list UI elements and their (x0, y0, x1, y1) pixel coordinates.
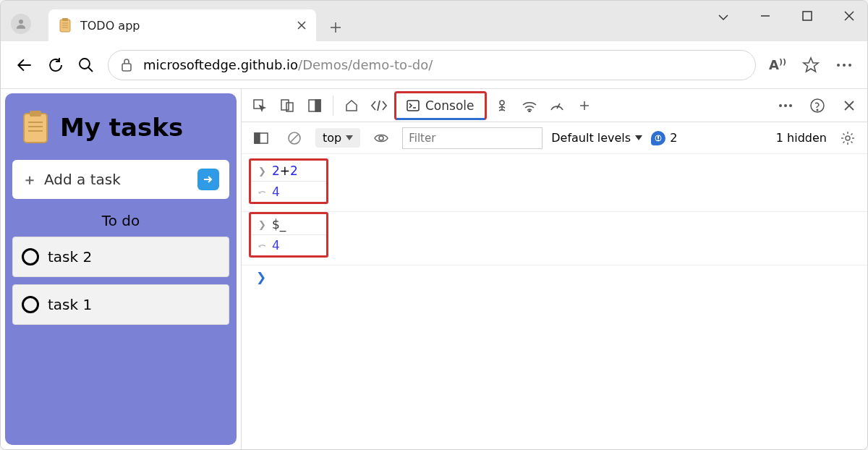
console-prompt[interactable]: ❯ (249, 266, 860, 289)
svg-line-16 (88, 67, 93, 72)
minimize-button[interactable] (754, 11, 776, 24)
app-title: My tasks (60, 113, 183, 142)
maximize-button[interactable] (796, 11, 818, 24)
svg-point-41 (779, 104, 782, 107)
svg-line-33 (378, 101, 380, 111)
performance-tab[interactable] (545, 93, 569, 118)
clear-console-button[interactable] (282, 126, 307, 150)
svg-rect-29 (281, 100, 289, 110)
filter-input[interactable] (402, 127, 542, 149)
issue-icon (651, 131, 665, 145)
svg-point-42 (784, 104, 787, 107)
svg-point-45 (817, 109, 818, 111)
inspect-element-button[interactable] (247, 93, 272, 118)
live-expression-button[interactable] (369, 126, 393, 150)
more-tabs-button[interactable] (572, 93, 597, 118)
svg-rect-22 (24, 114, 47, 143)
svg-rect-32 (315, 100, 320, 111)
context-selector[interactable]: top (315, 128, 360, 148)
svg-rect-49 (255, 133, 260, 143)
toggle-sidebar-button[interactable] (249, 126, 273, 150)
network-tab[interactable] (517, 93, 542, 118)
submit-task-button[interactable] (197, 169, 219, 190)
svg-marker-54 (635, 135, 642, 140)
svg-point-15 (80, 59, 90, 69)
console-output-text: 4 (272, 184, 280, 199)
console-toolbar: top Default levels 2 1 hidden (242, 122, 867, 154)
close-icon[interactable] (297, 21, 306, 30)
more-button[interactable] (835, 62, 853, 68)
console-output[interactable]: ❯ 2+2 ⤺ 4 ❯ $_ ⤺ 4 ❯ (242, 154, 867, 449)
task-label: task 1 (48, 296, 92, 313)
url-input[interactable]: microsoftedge.github.io/Demos/demo-to-do… (108, 50, 756, 80)
device-toggle-button[interactable] (275, 93, 299, 118)
window-titlebar: TODO app (1, 1, 867, 41)
clipboard-icon (21, 111, 50, 144)
close-window-button[interactable] (838, 11, 860, 24)
input-chevron-icon: ❯ (258, 166, 266, 177)
output-chevron-icon: ⤺ (258, 240, 266, 251)
help-button[interactable] (805, 93, 830, 118)
svg-rect-57 (658, 140, 659, 141)
svg-rect-2 (62, 18, 68, 21)
console-output-text: 4 (272, 238, 280, 252)
console-entry: ❯ $_ ⤺ 4 (249, 212, 328, 258)
svg-point-20 (843, 64, 846, 67)
section-heading: To do (12, 212, 229, 229)
devtools-tabbar: Console (242, 89, 867, 122)
welcome-tab[interactable] (339, 93, 364, 118)
profile-avatar[interactable] (11, 14, 31, 34)
input-chevron-icon: ❯ (258, 219, 266, 230)
address-bar: microsoftedge.github.io/Demos/demo-to-do… (1, 41, 867, 89)
checkbox-icon[interactable] (22, 248, 39, 266)
todo-app: My tasks ＋ Add a task To do task 2 task … (5, 93, 237, 445)
settings-icon[interactable] (835, 126, 860, 150)
read-aloud-button[interactable]: A)) (769, 57, 786, 72)
svg-rect-34 (407, 101, 419, 111)
svg-rect-17 (122, 64, 131, 71)
svg-point-37 (529, 111, 530, 112)
window-controls (712, 11, 860, 24)
add-task-label: Add a task (44, 171, 121, 188)
svg-point-19 (837, 64, 840, 67)
log-levels-selector[interactable]: Default levels (551, 131, 642, 145)
plus-icon: ＋ (22, 170, 37, 190)
hidden-messages-label[interactable]: 1 hidden (776, 131, 827, 145)
tab-title: TODO app (80, 19, 289, 33)
devtools-panel: Console top Default levels (241, 89, 867, 449)
console-entry: ❯ 2+2 ⤺ 4 (249, 158, 328, 204)
add-task-input[interactable]: ＋ Add a task (12, 160, 229, 199)
svg-marker-18 (804, 58, 818, 72)
task-label: task 2 (48, 248, 92, 266)
issues-button[interactable]: 2 (651, 131, 677, 145)
svg-point-43 (789, 104, 792, 107)
refresh-button[interactable] (47, 56, 64, 74)
lock-icon (120, 58, 133, 72)
dock-side-button[interactable] (302, 93, 327, 118)
checkbox-icon[interactable] (22, 296, 39, 313)
svg-point-36 (500, 101, 504, 105)
close-devtools-button[interactable] (837, 93, 861, 118)
svg-rect-11 (803, 12, 812, 20)
svg-rect-56 (658, 136, 659, 139)
search-icon[interactable] (77, 56, 95, 74)
svg-point-53 (379, 136, 383, 140)
browser-tab[interactable]: TODO app (48, 9, 316, 41)
back-button[interactable] (15, 56, 34, 75)
console-input-text: 2+2 (272, 164, 298, 178)
svg-point-21 (848, 64, 851, 67)
sources-tab[interactable] (490, 93, 514, 118)
elements-tab[interactable] (367, 93, 391, 118)
favorite-button[interactable] (802, 56, 820, 74)
task-item[interactable]: task 1 (12, 284, 229, 325)
clipboard-icon (59, 18, 72, 33)
task-item[interactable]: task 2 (12, 237, 229, 277)
output-chevron-icon: ⤺ (258, 187, 266, 198)
more-button[interactable] (773, 93, 798, 118)
console-tab[interactable]: Console (394, 91, 487, 120)
svg-rect-23 (30, 111, 41, 116)
new-tab-button[interactable] (329, 21, 342, 34)
tab-label: Console (425, 98, 475, 113)
svg-point-58 (846, 136, 850, 140)
chevron-down-icon[interactable] (712, 11, 734, 24)
